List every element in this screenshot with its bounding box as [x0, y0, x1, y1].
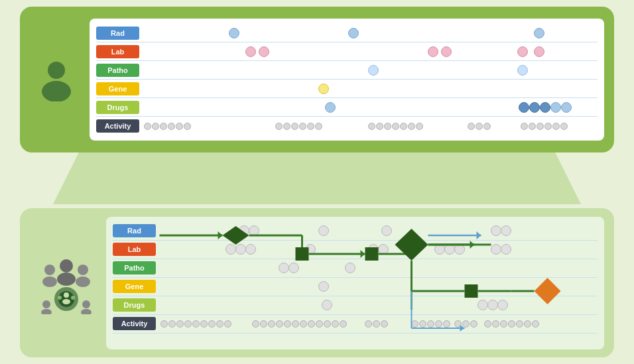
dot[interactable]	[318, 281, 329, 292]
dot[interactable]	[378, 244, 389, 255]
top-timeline: Rad Lab	[90, 19, 604, 141]
sdot	[392, 123, 399, 130]
sdot	[521, 123, 528, 130]
sdot	[176, 320, 184, 328]
dot[interactable]	[325, 102, 336, 113]
dot[interactable]	[497, 300, 508, 310]
dot[interactable]	[517, 65, 528, 76]
sdot	[400, 123, 407, 130]
dot[interactable]	[318, 84, 329, 94]
label-lab-bottom: Lab	[113, 243, 156, 256]
sdot	[144, 123, 151, 130]
dot[interactable]	[245, 46, 256, 57]
label-activity-bottom: Activity	[113, 317, 156, 330]
content-lab-top	[143, 42, 598, 61]
dot[interactable]	[245, 244, 256, 255]
dot[interactable]	[441, 46, 452, 57]
dot[interactable]	[444, 244, 455, 255]
sdot	[484, 320, 491, 328]
dot[interactable]	[428, 46, 438, 57]
sdot	[492, 320, 499, 328]
sdot	[315, 123, 322, 130]
sdot	[332, 320, 339, 328]
sdot	[184, 320, 192, 328]
dot[interactable]	[249, 225, 259, 236]
row-rad-bottom: Rad	[113, 222, 598, 241]
sdot	[373, 320, 380, 328]
single-patient-avatar	[30, 58, 83, 101]
sdot	[416, 123, 423, 130]
sdot	[435, 320, 442, 328]
label-drugs-bottom: Drugs	[113, 298, 156, 312]
dot[interactable]	[491, 225, 501, 236]
dot[interactable]	[239, 225, 249, 236]
sdot	[284, 320, 291, 328]
dot[interactable]	[550, 102, 561, 113]
dot[interactable]	[368, 65, 379, 76]
dot[interactable]	[305, 244, 316, 255]
dot[interactable]	[519, 102, 529, 113]
dot[interactable]	[381, 225, 392, 236]
row-activity-bottom: Activity	[113, 315, 598, 334]
dot[interactable]	[279, 263, 289, 273]
content-activity-bottom	[159, 314, 598, 333]
dot[interactable]	[229, 28, 239, 38]
sdot	[168, 320, 176, 328]
sdot	[200, 320, 208, 328]
dot[interactable]	[491, 244, 501, 255]
sdot	[268, 320, 275, 328]
sdot	[408, 123, 415, 130]
dot[interactable]	[517, 46, 528, 57]
row-drugs-bottom: Drugs	[113, 296, 598, 315]
sdot	[462, 320, 470, 328]
svg-point-4	[44, 265, 55, 275]
dot[interactable]	[368, 244, 379, 255]
sdot	[176, 123, 183, 130]
dot[interactable]	[501, 225, 511, 236]
dot[interactable]	[540, 102, 550, 113]
content-patho-top	[143, 61, 598, 80]
sdot	[384, 123, 391, 130]
dot[interactable]	[487, 300, 498, 310]
sdot	[411, 320, 418, 328]
group-avatar	[30, 251, 103, 314]
dot[interactable]	[529, 102, 540, 113]
dot[interactable]	[477, 300, 488, 310]
dot[interactable]	[322, 300, 332, 310]
content-patho-bottom	[159, 259, 598, 277]
sdot	[260, 320, 267, 328]
bottom-timeline: Rad Lab	[106, 217, 604, 349]
sdot	[300, 320, 307, 328]
dot[interactable]	[501, 244, 511, 255]
sdot	[160, 320, 168, 328]
sdot	[168, 123, 175, 130]
svg-point-14	[42, 300, 50, 308]
sdot	[292, 320, 299, 328]
sdot	[252, 320, 259, 328]
sdot	[308, 320, 315, 328]
content-drugs-bottom	[159, 296, 598, 314]
label-rad-top: Rad	[96, 27, 139, 40]
sdot	[381, 320, 388, 328]
label-patho-bottom: Patho	[113, 261, 156, 274]
dot[interactable]	[434, 244, 445, 255]
label-lab-top: Lab	[96, 45, 139, 58]
dot[interactable]	[561, 102, 572, 113]
dot[interactable]	[534, 28, 544, 38]
row-activity-top: Activity	[96, 117, 598, 135]
dot[interactable]	[318, 225, 329, 236]
dot[interactable]	[454, 244, 465, 255]
sdot	[299, 123, 306, 130]
dot[interactable]	[259, 46, 269, 57]
sdot	[532, 320, 539, 328]
svg-point-7	[76, 276, 90, 287]
label-patho-top: Patho	[96, 64, 139, 77]
dot[interactable]	[225, 244, 236, 255]
dot[interactable]	[348, 28, 359, 38]
dot[interactable]	[534, 46, 544, 57]
dot[interactable]	[288, 263, 299, 273]
svg-point-17	[81, 309, 92, 314]
dot[interactable]	[345, 263, 355, 273]
dot[interactable]	[235, 244, 246, 255]
label-drugs-top: Drugs	[96, 101, 139, 114]
